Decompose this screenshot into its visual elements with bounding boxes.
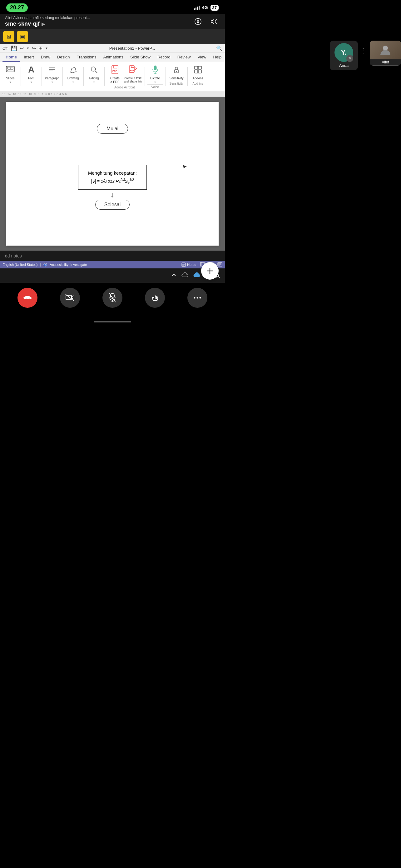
ribbon-top: Off! 💾 ↩ ▼ ↪ ⊞ ▼ Presentation1 - PowerP.… xyxy=(0,44,225,53)
divider-4 xyxy=(83,67,84,86)
dictate-button-group: Dictate ▼ xyxy=(147,63,163,84)
meeting-info: Alief Avicenna Luthfie sedang melakukan … xyxy=(5,16,192,27)
notes-icon xyxy=(181,262,186,267)
tab-help[interactable]: Help xyxy=(210,53,225,62)
tab-insert[interactable]: Insert xyxy=(21,53,37,62)
create-pdf-button-group: PDF Createa PDF xyxy=(107,63,123,84)
svg-point-53 xyxy=(197,297,198,299)
tab-animations[interactable]: Animations xyxy=(100,53,127,62)
mulai-button: Mulai xyxy=(97,124,128,134)
editing-button[interactable] xyxy=(88,63,100,76)
present-tool-button[interactable]: ▣ xyxy=(17,31,28,42)
slide-wrapper: Mulai Menghitung kecepatan: |v⃗| = 1/0.0… xyxy=(0,97,225,251)
slide-canvas[interactable]: Mulai Menghitung kecepatan: |v⃗| = 1/0.0… xyxy=(6,102,219,246)
format-dropdown[interactable]: ▼ xyxy=(45,46,48,50)
system-bar: A xyxy=(0,269,225,283)
accessibility-status: Accessibility: Investigate xyxy=(49,263,87,267)
svg-point-1 xyxy=(197,22,199,23)
divider-2 xyxy=(41,67,42,86)
svg-rect-22 xyxy=(198,66,201,69)
sensitivity-label: Sensitivity xyxy=(170,76,183,80)
sensitivity-section: Sensitivity Sensitivity xyxy=(168,63,185,86)
ruler: -15 -14 -13 -12 -11 -10 -9 -8 -7 -6 0 1 … xyxy=(0,91,225,97)
flowchart-formula: |v⃗| = 1/0.013 Rh2/3So1/2 xyxy=(86,178,139,184)
ribbon-group-drawing: Drawing ▼ xyxy=(65,63,81,84)
toggle-video-button[interactable] xyxy=(60,288,80,308)
tab-view[interactable]: View xyxy=(194,53,209,62)
raise-hand-button[interactable] xyxy=(145,288,165,308)
font-button[interactable]: A xyxy=(25,63,37,76)
sensitivity-button[interactable] xyxy=(170,63,183,76)
end-call-button[interactable] xyxy=(18,288,37,308)
tab-transitions[interactable]: Transitions xyxy=(73,53,99,62)
format-button[interactable]: ⊞ xyxy=(38,45,42,51)
editing-label: Editing xyxy=(89,76,99,80)
slides-button[interactable] xyxy=(4,63,16,76)
tab-record[interactable]: Record xyxy=(154,53,174,62)
status-right: 4G 37 xyxy=(194,5,219,11)
ppt-status-left: English (United States) | ♿ Accessibilit… xyxy=(2,263,87,267)
voice-section: Dictate ▼ Voice xyxy=(147,63,163,89)
divider-6 xyxy=(144,67,145,86)
tab-design[interactable]: Design xyxy=(54,53,73,62)
create-pdf-share-button[interactable]: PDF xyxy=(127,63,139,76)
addins-button-group: Add-ins xyxy=(190,63,206,80)
flowchart-title: Menghitung kecepatan: xyxy=(86,170,139,176)
svg-point-10 xyxy=(91,67,96,71)
addins-label: Add-ins xyxy=(193,76,203,80)
ribbon-group-paragraph: Paragraph ▼ xyxy=(44,63,60,84)
signal-bars xyxy=(194,5,200,10)
svg-text:PDF: PDF xyxy=(112,70,117,72)
add-button[interactable] xyxy=(201,262,219,280)
ppt-title: Presentation1 - PowerP... xyxy=(51,46,213,51)
speaker-button[interactable] xyxy=(209,16,220,27)
tab-draw[interactable]: Draw xyxy=(38,53,54,62)
ribbon-buttons: Slides ▼ A Font ▼ Parag xyxy=(0,62,225,91)
svg-text:♿: ♿ xyxy=(44,264,47,266)
drawing-label: Drawing xyxy=(67,76,79,80)
toggle-mic-button[interactable] xyxy=(102,288,123,308)
undo-dropdown[interactable]: ▼ xyxy=(26,46,29,50)
svg-rect-46 xyxy=(66,295,71,300)
meeting-header: Alief Avicenna Luthfie sedang melakukan … xyxy=(0,14,225,29)
save-button[interactable]: 💾 xyxy=(11,45,17,51)
ribbon-group-editing: Editing ▼ xyxy=(86,63,102,84)
presenter-text: Alief Avicenna Luthfie sedang melakukan … xyxy=(5,16,192,20)
svg-rect-24 xyxy=(198,70,201,73)
select-tool-button[interactable]: ⊠ xyxy=(3,31,14,42)
tab-home[interactable]: Home xyxy=(2,53,20,62)
create-pdf-button[interactable]: PDF xyxy=(109,63,121,76)
call-controls xyxy=(0,283,225,317)
tab-slideshow[interactable]: Slide Show xyxy=(127,53,154,62)
battery-indicator: 37 xyxy=(210,5,219,11)
flowchart: Menghitung kecepatan: |v⃗| = 1/0.013 Rh2… xyxy=(78,165,147,210)
svg-point-20 xyxy=(176,71,177,72)
camera-flip-button[interactable] xyxy=(192,16,204,27)
undo-button[interactable]: ↩ xyxy=(20,45,24,51)
flowchart-arrow: ↓ xyxy=(110,191,114,198)
addins-section: Add-ins Add-ins xyxy=(190,63,206,86)
svg-rect-4 xyxy=(7,67,10,69)
drawing-button[interactable] xyxy=(67,63,79,76)
chevron-up-icon[interactable] xyxy=(170,272,177,280)
svg-rect-5 xyxy=(11,67,13,69)
call-controls-area xyxy=(0,283,225,317)
cloud-blue-icon xyxy=(193,272,201,279)
notes-toggle-button[interactable]: Notes xyxy=(181,262,196,267)
redo-button[interactable]: ↪ xyxy=(32,45,36,51)
search-ribbon-button[interactable]: 🔍 xyxy=(216,45,222,51)
ppt-offmode: Off! xyxy=(2,46,8,51)
addins-button[interactable] xyxy=(192,63,204,76)
more-options-button[interactable] xyxy=(188,288,207,308)
paragraph-button[interactable] xyxy=(46,63,58,76)
view-reading-button[interactable] xyxy=(218,262,222,267)
cursor-indicator xyxy=(182,164,188,169)
slides-label: Slides xyxy=(6,76,14,80)
sensitivity-button-group: Sensitivity xyxy=(169,63,184,80)
tab-review[interactable]: Review xyxy=(174,53,194,62)
meeting-id-arrow: ▶ xyxy=(41,22,45,27)
network-type: 4G xyxy=(202,5,208,10)
divider-7 xyxy=(166,67,166,86)
dictate-button[interactable] xyxy=(149,63,162,76)
ppt-status-bar: English (United States) | ♿ Accessibilit… xyxy=(0,261,225,269)
